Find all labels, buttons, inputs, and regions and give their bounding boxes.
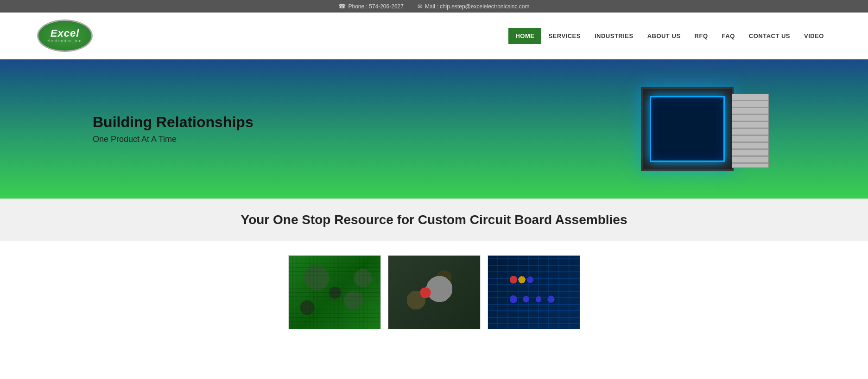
nav-rfq[interactable]: RFQ [688, 28, 715, 44]
product-card-2[interactable] [388, 255, 481, 329]
phone-icon: ☎ [338, 3, 346, 10]
logo-text-sub: electronics, inc. [46, 39, 83, 43]
nav-video[interactable]: VIDEO [797, 28, 831, 44]
hero-title: Building Relationships [93, 114, 253, 131]
logo-text-excel: Excel [51, 28, 80, 39]
logo-container[interactable]: Excel electronics, inc. [37, 19, 93, 52]
pcb-image-1 [289, 256, 381, 329]
phone-info: ☎ Phone : 574-206-2627 [338, 3, 403, 10]
tech-box-inner [650, 96, 725, 162]
nav-services[interactable]: SERVICES [541, 28, 588, 44]
hero-image [622, 78, 752, 180]
logo[interactable]: Excel electronics, inc. [37, 19, 93, 52]
main-nav: HOME SERVICES INDUSTRIES ABOUT US RFQ FA… [508, 28, 831, 44]
email-info: ✉ Mail : chip.estep@excelelectronicsinc.… [418, 3, 530, 10]
pcb-image-3 [488, 256, 580, 329]
pcb-image-2 [388, 256, 481, 329]
hero-banner: Building Relationships One Product At A … [0, 59, 868, 199]
phone-label: Phone : 574-206-2627 [348, 3, 403, 10]
products-area [0, 241, 868, 343]
hero-subtitle: One Product At A Time [93, 135, 253, 144]
nav-industries[interactable]: INDUSTRIES [588, 28, 640, 44]
nav-about-us[interactable]: ABOUT US [640, 28, 688, 44]
tech-box [641, 87, 734, 171]
section-title-area: Your One Stop Resource for Custom Circui… [0, 199, 868, 241]
header: Excel electronics, inc. HOME SERVICES IN… [0, 13, 868, 59]
product-card-3[interactable] [488, 255, 580, 329]
server-rack [732, 94, 769, 168]
top-bar: ☎ Phone : 574-206-2627 ✉ Mail : chip.est… [0, 0, 868, 13]
hero-text: Building Relationships One Product At A … [0, 114, 253, 144]
nav-contact-us[interactable]: CONTACT US [742, 28, 797, 44]
nav-faq[interactable]: FAQ [715, 28, 742, 44]
email-label: Mail : chip.estep@excelelectronicsinc.co… [425, 3, 530, 10]
email-icon: ✉ [418, 3, 423, 10]
section-title: Your One Stop Resource for Custom Circui… [9, 212, 859, 227]
nav-home[interactable]: HOME [508, 28, 541, 44]
product-card-1[interactable] [288, 255, 381, 329]
